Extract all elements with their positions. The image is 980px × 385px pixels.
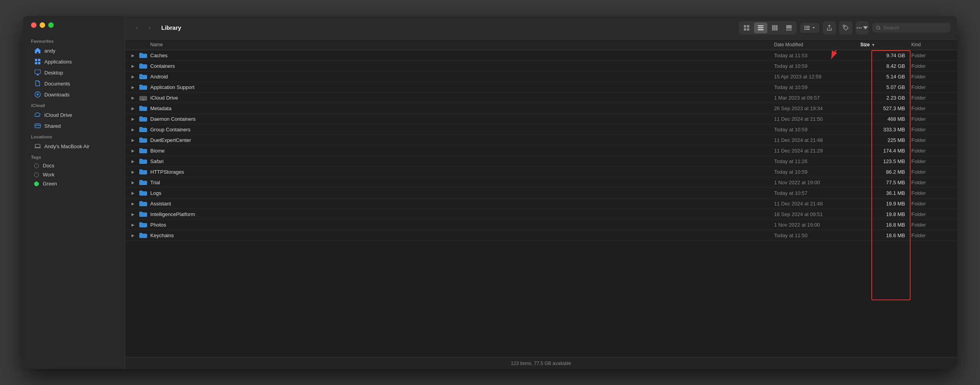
expand-arrow: ▶ [131,202,138,206]
tags-section-label: Tags [23,152,125,161]
sidebar-item-desktop[interactable]: Desktop [26,67,122,78]
sidebar-item-applications[interactable]: Applications [26,56,122,67]
svg-text:☁: ☁ [142,98,144,100]
view-list-button[interactable] [754,22,767,33]
file-date: Today at 11:50 [774,232,860,238]
table-row[interactable]: ▶ Safari Today at 11:26 123.5 MB Folder [125,156,957,167]
file-name: IntelligencePlatform [150,211,774,217]
svg-rect-14 [758,25,763,26]
table-row[interactable]: ▶ Metadata 26 Sep 2023 at 19:34 527.3 MB… [125,103,957,114]
tag-item-work[interactable]: Work [26,170,122,179]
close-button[interactable] [31,22,36,28]
search-input[interactable] [883,25,947,31]
table-row[interactable]: ▶ Application Support Today at 10:59 5.0… [125,82,957,93]
file-date: 1 Nov 2022 at 19:00 [774,222,860,228]
view-columns-button[interactable] [768,22,781,33]
svg-rect-27 [806,26,810,27]
col-date-header[interactable]: Date Modified [774,42,860,47]
col-name-header[interactable]: Name [150,42,774,47]
sidebar-item-shared[interactable]: Shared [26,120,122,131]
file-date: Today at 11:53 [774,53,860,58]
file-size: 19.8 MB [860,211,911,217]
sidebar-item-label: Downloads [44,92,69,98]
file-name: iCloud Drive [150,95,774,101]
sidebar-item-andy[interactable]: andy [26,45,122,56]
table-row[interactable]: ▶ Android 15 Apr 2023 at 12:59 5.14 GB F… [125,71,957,82]
file-size: 18.6 MB [860,232,911,238]
svg-rect-21 [786,29,788,31]
file-kind: Folder [911,63,951,69]
svg-rect-0 [35,59,37,61]
svg-rect-3 [38,62,40,64]
file-list-wrapper: ▶ Caches Today at 11:53 9.74 GB Folder ▶… [125,50,957,357]
minimize-button[interactable] [40,22,45,28]
expand-arrow: ▶ [131,159,138,163]
table-row[interactable]: ▶ Keychains Today at 11:50 18.6 MB Folde… [125,230,957,241]
file-size: 36.1 MB [860,190,911,196]
expand-arrow: ▶ [131,149,138,153]
table-row[interactable]: ▶ Logs Today at 10:57 36.1 MB Folder [125,188,957,198]
file-kind: Folder [911,74,951,80]
folder-icon [139,222,147,228]
table-row[interactable]: ▶ DuetExpertCenter 11 Dec 2024 at 21:48 … [125,135,957,145]
sidebar-item-downloads[interactable]: Downloads [26,89,122,100]
file-name: Application Support [150,84,774,90]
forward-button[interactable]: › [144,22,155,33]
column-headers: Name Date Modified Size ▼ Kind [125,40,957,50]
table-row[interactable]: ▶ Group Containers Today at 10:59 333.3 … [125,124,957,135]
expand-arrow: ▶ [131,117,138,121]
file-date: 1 Mar 2023 at 09:57 [774,95,860,101]
expand-arrow: ▶ [131,127,138,132]
file-name: Keychains [150,232,774,238]
maximize-button[interactable] [48,22,54,28]
tag-item-green[interactable]: Green [26,179,122,188]
file-kind: Folder [911,148,951,154]
nav-buttons: ‹ › [131,22,155,33]
sidebar-item-label: Desktop [44,70,63,76]
table-row[interactable]: ▶ Biome 11 Dec 2024 at 21:29 174.4 MB Fo… [125,145,957,156]
table-row[interactable]: ▶ Trial 1 Nov 2022 at 19:00 77.5 MB Fold… [125,177,957,188]
col-kind-header[interactable]: Kind [911,42,951,47]
table-row[interactable]: ▶ Photos 1 Nov 2022 at 19:00 18.8 MB Fol… [125,220,957,230]
view-icon-button[interactable] [740,22,753,33]
table-row[interactable]: ▶ Daemon Containers 11 Dec 2024 at 21:50… [125,114,957,124]
table-row[interactable]: ▶ HTTPStorages Today at 10:59 86.2 MB Fo… [125,167,957,177]
search-box[interactable] [872,23,951,33]
svg-rect-6 [36,75,39,75]
svg-rect-8 [35,124,40,128]
toolbar: ‹ › Library [125,16,957,40]
icloud-icon [34,111,41,118]
file-name: DuetExpertCenter [150,137,774,143]
file-kind: Folder [911,180,951,185]
view-mode-group [739,21,797,35]
search-icon [876,25,881,31]
table-row[interactable]: ▶ Assistant 11 Dec 2024 at 21:48 19.9 MB… [125,198,957,209]
table-row[interactable]: ▶ IntelligencePlatform 18 Sep 2024 at 09… [125,209,957,220]
view-gallery-button[interactable] [782,22,796,33]
more-options-button[interactable] [856,21,869,35]
sidebar-item-documents[interactable]: Documents [26,78,122,89]
sidebar-item-macbook[interactable]: Andy's MacBook Air [26,141,122,152]
window-title: Library [161,24,181,31]
tag-dot-green [34,182,39,186]
table-row[interactable]: ▶ Caches Today at 11:53 9.74 GB Folder [125,50,957,61]
col-size-header[interactable]: Size ▼ [860,42,911,47]
svg-rect-22 [788,29,790,31]
group-by-button[interactable] [800,23,820,33]
back-button[interactable]: ‹ [131,22,142,33]
favourites-section-label: Favourites [23,36,125,45]
file-date: 11 Dec 2024 at 21:29 [774,148,860,154]
folder-icon [139,232,147,238]
svg-rect-2 [35,62,37,64]
tag-button[interactable] [839,21,852,35]
file-kind: Folder [911,158,951,164]
table-row[interactable]: ▶ ☁ iCloud Drive 1 Mar 2023 at 09:57 2.2… [125,93,957,103]
file-kind: Folder [911,169,951,175]
file-name: Metadata [150,105,774,111]
table-row[interactable]: ▶ Containers Today at 10:59 8.42 GB Fold… [125,61,957,71]
expand-arrow: ▶ [131,233,138,238]
tag-item-docs[interactable]: Docs [26,161,122,170]
share-button[interactable] [823,21,836,35]
home-icon [34,47,41,54]
sidebar-item-icloud[interactable]: iCloud Drive [26,109,122,120]
